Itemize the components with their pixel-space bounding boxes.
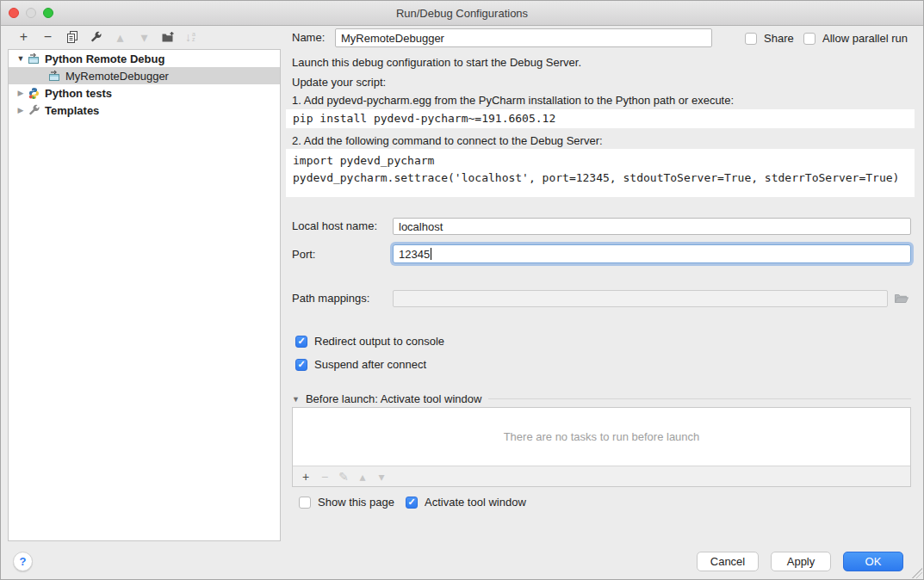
chevron-collapsed-icon[interactable]: ▶ <box>14 89 28 97</box>
configurations-tree: ▼ Python Remote Debug MyRemoteDebugger ▶… <box>8 49 281 541</box>
minimize-window-button <box>26 8 36 18</box>
settrace-code-block: import pydevd_pycharm pydevd_pycharm.set… <box>286 149 915 197</box>
port-value: 12345 <box>399 248 430 261</box>
window-title: Run/Debug Configurations <box>396 7 528 20</box>
allow-parallel-run-checkbox[interactable] <box>803 33 815 45</box>
share-label: Share <box>764 32 794 45</box>
name-value: MyRemoteDebugger <box>341 32 444 45</box>
pip-install-code: pip install pydevd-pycharm~=191.6605.12 <box>286 109 915 128</box>
path-mappings-input <box>393 290 888 307</box>
code-line-settrace: pydevd_pycharm.settrace('localhost', por… <box>293 170 915 187</box>
suspend-after-connect-label: Suspend after connect <box>314 358 426 371</box>
add-task-button[interactable]: + <box>300 471 312 483</box>
redirect-output-row: ✓ Redirect output to console <box>295 335 444 348</box>
tree-item-label: Python Remote Debug <box>45 52 164 65</box>
instruction-line-1: Launch this debug configuration to start… <box>292 56 581 69</box>
tree-item-label: Templates <box>45 104 99 117</box>
path-mappings-label: Path mappings: <box>292 290 369 307</box>
show-this-page-row: Show this page <box>299 496 394 509</box>
run-debug-configurations-dialog: Run/Debug Configurations + − ▴ ▾ ↓ az ▼ … <box>0 0 924 580</box>
chevron-expanded-icon[interactable]: ▼ <box>292 395 300 404</box>
empty-task-message: There are no tasks to run before launch <box>293 408 910 466</box>
port-label: Port: <box>292 245 315 264</box>
instruction-step-1: 1. Add pydevd-pycharm.egg from the PyCha… <box>292 94 734 107</box>
move-down-icon: ▾ <box>137 30 152 45</box>
before-launch-title: Before launch: Activate tool window <box>306 392 482 405</box>
share-checkbox-row: Share <box>745 32 794 45</box>
suspend-after-connect-row: ✓ Suspend after connect <box>295 358 426 371</box>
browse-folder-icon[interactable] <box>894 292 909 307</box>
tree-item-templates[interactable]: ▶ Templates <box>9 102 280 119</box>
suspend-after-connect-checkbox[interactable]: ✓ <box>295 359 307 371</box>
remote-debug-icon <box>48 70 61 83</box>
remove-task-button: − <box>319 471 331 483</box>
move-task-up-icon: ▴ <box>357 471 369 483</box>
code-line-import: import pydevd_pycharm <box>293 152 915 170</box>
tree-item-myremotedebugger[interactable]: MyRemoteDebugger <box>9 67 280 84</box>
tree-item-label: Python tests <box>45 87 112 100</box>
show-this-page-label: Show this page <box>318 496 394 509</box>
before-launch-task-list: There are no tasks to run before launch … <box>292 407 911 487</box>
copy-configuration-icon[interactable] <box>65 30 79 45</box>
activate-tool-window-checkbox[interactable]: ✓ <box>406 497 418 509</box>
name-label: Name: <box>292 28 325 47</box>
edit-defaults-wrench-icon[interactable] <box>89 30 103 45</box>
templates-wrench-icon <box>28 104 40 117</box>
sort-configurations-icon: ↓ az <box>185 30 195 44</box>
tree-item-label: MyRemoteDebugger <box>65 70 169 83</box>
name-input[interactable]: MyRemoteDebugger <box>335 28 712 47</box>
add-configuration-button[interactable]: + <box>16 30 31 45</box>
apply-button[interactable]: Apply <box>771 552 831 571</box>
cancel-button[interactable]: Cancel <box>697 552 759 571</box>
edit-task-pencil-icon: ✎ <box>338 471 350 483</box>
remote-debug-icon <box>28 52 40 65</box>
local-host-name-label: Local host name: <box>292 218 377 235</box>
local-host-name-input[interactable]: localhost <box>393 218 911 235</box>
ok-button[interactable]: OK <box>843 552 903 571</box>
divider <box>488 398 911 399</box>
instruction-step-2: 2. Add the following command to connect … <box>292 134 603 147</box>
text-caret <box>431 248 431 260</box>
activate-tool-window-row: ✓ Activate tool window <box>406 496 526 509</box>
new-folder-icon[interactable] <box>161 30 176 45</box>
instruction-line-2: Update your script: <box>292 76 386 89</box>
allow-parallel-run-label: Allow parallel run <box>822 32 908 45</box>
tree-item-python-tests[interactable]: ▶ Python tests <box>9 84 280 102</box>
port-input[interactable]: 12345 <box>393 244 911 263</box>
move-up-icon: ▴ <box>113 30 127 45</box>
zoom-window-button[interactable] <box>43 8 53 18</box>
chevron-expanded-icon[interactable]: ▼ <box>14 54 28 63</box>
redirect-output-checkbox[interactable]: ✓ <box>295 336 307 348</box>
help-button[interactable]: ? <box>13 552 33 571</box>
move-task-down-icon: ▾ <box>375 471 388 483</box>
before-launch-header: ▼ Before launch: Activate tool window <box>292 392 911 405</box>
chevron-collapsed-icon[interactable]: ▶ <box>14 106 28 114</box>
share-checkbox[interactable] <box>745 33 757 45</box>
resize-grip[interactable] <box>912 568 922 578</box>
show-this-page-checkbox[interactable] <box>299 497 311 509</box>
configurations-toolbar: + − ▴ ▾ ↓ az <box>8 25 281 49</box>
redirect-output-label: Redirect output to console <box>314 335 444 348</box>
python-tests-icon <box>28 87 40 100</box>
local-host-name-value: localhost <box>399 220 443 233</box>
title-bar: Run/Debug Configurations <box>1 1 923 26</box>
activate-tool-window-label: Activate tool window <box>425 496 526 509</box>
tree-item-python-remote-debug[interactable]: ▼ Python Remote Debug <box>9 50 280 67</box>
allow-parallel-run-row: Allow parallel run <box>803 32 908 45</box>
remove-configuration-button[interactable]: − <box>40 30 55 45</box>
close-window-button[interactable] <box>9 8 19 18</box>
task-list-toolbar: + − ✎ ▴ ▾ <box>293 466 910 486</box>
